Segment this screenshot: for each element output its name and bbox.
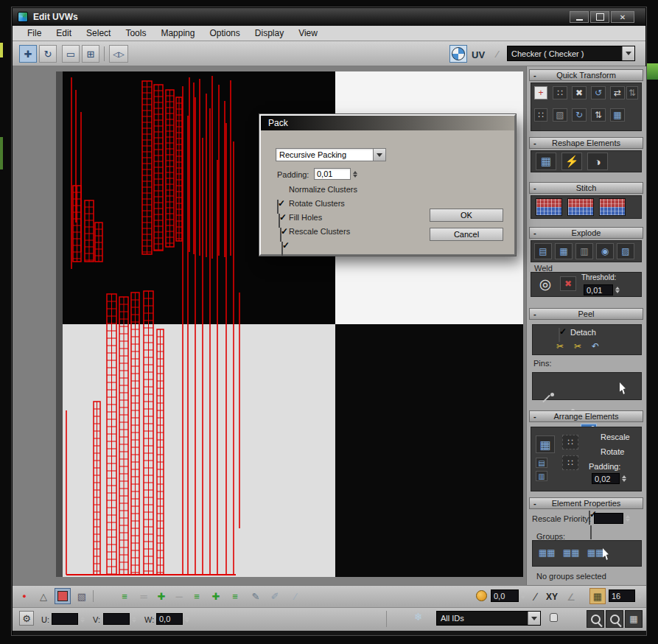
rescale-clusters-checkbox[interactable]	[281, 242, 283, 256]
pin-move-button[interactable]	[539, 391, 556, 407]
arrange-padding-spinner[interactable]	[620, 473, 628, 484]
group-ungroup-button[interactable]: ▦▦	[561, 546, 581, 559]
freeze-toggle-icon[interactable]: ❄	[414, 611, 423, 623]
rollout-element-properties[interactable]: - Element Properties	[529, 497, 643, 509]
grow-loop-button[interactable]: ✚	[153, 588, 169, 604]
qt-rotate-ccw-button[interactable]: ↺	[591, 86, 606, 99]
maximize-button[interactable]	[590, 11, 609, 23]
pack-dialog-titlebar[interactable]: Pack	[261, 116, 514, 130]
rotate-tool-button[interactable]: ↻	[39, 45, 57, 63]
shrink-loop-button[interactable]: ─	[171, 588, 187, 604]
u-spinner[interactable]	[79, 613, 86, 625]
loop-selection-button[interactable]: ≡	[116, 588, 133, 604]
show-map-button[interactable]	[449, 45, 467, 63]
explode-break-button[interactable]: ▤	[534, 243, 552, 259]
rotate-checkbox[interactable]	[590, 525, 592, 539]
element-mode-button[interactable]: ▧	[74, 588, 90, 604]
explode-grid-button[interactable]: ▨	[617, 243, 634, 259]
vertex-mode-button[interactable]: △	[35, 588, 52, 604]
rollout-peel[interactable]: - Peel	[529, 308, 643, 320]
threshold-field[interactable]: 0,01	[584, 284, 613, 295]
rollout-arrange-elements[interactable]: - Arrange Elements	[529, 410, 643, 422]
menu-edit[interactable]: Edit	[49, 26, 79, 41]
qt-add-button[interactable]: +	[534, 86, 547, 99]
rescale-priority-spinner[interactable]	[624, 513, 631, 524]
qt-align-h-button[interactable]: ⇄	[610, 86, 625, 99]
angle-spinner[interactable]	[519, 589, 527, 602]
threshold-spinner[interactable]	[614, 284, 621, 295]
arrange-padding-field[interactable]: 0,02	[592, 473, 620, 484]
material-id-dropdown[interactable]: All IDs	[436, 611, 541, 626]
reshape-grid-button[interactable]: ▦	[536, 153, 556, 170]
zoom-selected-button[interactable]: ▦	[625, 610, 643, 628]
pick-texture-icon[interactable]: ∕	[491, 46, 504, 61]
rollout-explode[interactable]: - Explode	[529, 227, 643, 239]
menu-options[interactable]: Options	[202, 26, 247, 41]
qt-grid-button[interactable]: ▦	[610, 108, 625, 122]
menu-tools[interactable]: Tools	[118, 26, 153, 41]
zoom-extents-button[interactable]	[606, 610, 623, 628]
shrink-ring-button[interactable]: ≡	[227, 588, 243, 604]
close-button[interactable]: ✕	[611, 11, 634, 23]
rollout-stitch[interactable]: - Stitch	[529, 182, 643, 194]
move-tool-button[interactable]: ✚	[19, 45, 37, 63]
dropdown-arrow-button[interactable]	[528, 612, 540, 625]
u-field[interactable]	[52, 613, 78, 625]
group-select-button[interactable]: ▦▦	[586, 546, 605, 559]
menu-display[interactable]: Display	[248, 26, 291, 41]
dropdown-arrow-button[interactable]	[622, 46, 634, 60]
w-field[interactable]: 0,0	[156, 613, 183, 625]
paint-option-button[interactable]: ∕	[287, 588, 304, 604]
zoom-region-button[interactable]	[587, 610, 604, 628]
rotate-clusters-checkbox[interactable]	[279, 214, 280, 228]
qt-align-v-button[interactable]: ⇅	[626, 86, 638, 99]
soft-selection-button[interactable]: ●	[16, 588, 32, 604]
paint-select-button[interactable]: ✎	[248, 588, 264, 604]
rescale-elements-button[interactable]: ▤	[536, 458, 547, 468]
scale-tool-button[interactable]: ▭	[62, 45, 80, 63]
ring-selection-button[interactable]: ≡	[189, 588, 205, 604]
peel-tool-button[interactable]: ✂	[553, 340, 567, 352]
angle-field[interactable]: 0,0	[491, 589, 519, 602]
normalize-clusters-checkbox[interactable]	[277, 200, 279, 214]
rollout-quick-transform[interactable]: - Quick Transform	[529, 69, 643, 81]
fill-holes-checkbox[interactable]	[280, 228, 281, 242]
v-field[interactable]	[103, 613, 130, 625]
qt-cube-button[interactable]: ▧	[553, 108, 567, 122]
pack-region-button[interactable]: ∷	[562, 435, 578, 449]
pack-custom-button[interactable]: ▦	[536, 435, 555, 453]
polygon-mode-button[interactable]	[55, 588, 71, 604]
peel-reset-button[interactable]: ↶	[588, 340, 603, 352]
menu-select[interactable]: Select	[79, 26, 118, 41]
axis-label[interactable]: XY	[546, 592, 558, 602]
cancel-button[interactable]: Cancel	[430, 228, 503, 241]
relax-button[interactable]: ⚡	[561, 153, 582, 170]
ring-dim-button[interactable]: ═	[136, 588, 152, 604]
snap-grid-toggle[interactable]: ▦	[589, 588, 606, 604]
stitch-target-button[interactable]	[599, 198, 626, 216]
uv-space-label[interactable]: UV	[472, 49, 485, 60]
padding-field[interactable]: 0,01	[314, 168, 351, 180]
menu-view[interactable]: View	[291, 26, 325, 41]
dropdown-arrow-button[interactable]	[373, 149, 385, 161]
v-spinner[interactable]	[130, 613, 138, 625]
packing-method-dropdown[interactable]: Recursive Packing	[276, 148, 386, 161]
reshape-round-button[interactable]: ◑	[587, 153, 608, 170]
explode-sphere-button[interactable]: ◉	[596, 243, 614, 259]
rescale-clusters-button[interactable]: ▥	[536, 471, 547, 481]
stitch-average-button[interactable]	[567, 198, 594, 216]
absolute-mode-button[interactable]: ∕	[529, 589, 542, 603]
qt-align-button[interactable]: ∷	[553, 86, 567, 99]
grid-size-field[interactable]: 16	[609, 589, 635, 602]
rescale-region-button[interactable]: ∷	[562, 455, 578, 470]
menu-file[interactable]: File	[20, 26, 49, 41]
angle-mode-icon[interactable]: ∠	[564, 589, 578, 604]
options-gear-button[interactable]: ⚙	[19, 611, 34, 626]
grid-size-spinner[interactable]	[636, 589, 643, 602]
rollout-reshape-elements[interactable]: - Reshape Elements	[529, 137, 643, 149]
explode-elements-button[interactable]: ▦	[555, 243, 573, 259]
pan-hand-icon[interactable]	[550, 613, 558, 622]
qt-dots2-button[interactable]: ∷	[534, 108, 547, 122]
w-spinner[interactable]	[183, 613, 191, 625]
menu-mapping[interactable]: Mapping	[153, 26, 202, 41]
